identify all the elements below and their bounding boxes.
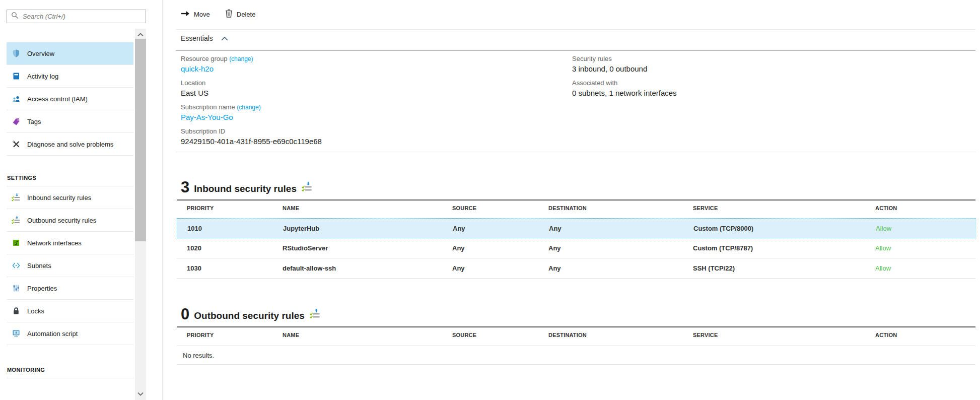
location-field: Location East US (181, 79, 322, 98)
tools-icon (11, 140, 21, 149)
subscription-name-change-link[interactable]: (change) (237, 104, 260, 111)
sidebar-item-activity-log[interactable]: Activity log (7, 65, 133, 88)
table-row-default-allow-ssh[interactable]: 1030 default-allow-ssh Any Any SSH (TCP/… (177, 258, 975, 279)
cell-action: Allow (875, 244, 975, 252)
sidebar-item-overview[interactable]: Overview (7, 42, 133, 65)
sidebar-item-label: Automation script (27, 330, 78, 338)
sidebar-item-automation-script[interactable]: Automation script (7, 322, 133, 345)
cell-service: SSH (TCP/22) (693, 264, 875, 272)
sidebar-nav: Overview Activity log Access control (IA… (7, 42, 133, 378)
sidebar-item-label: Diagnose and solve problems (27, 141, 113, 148)
cell-action: Allow (875, 264, 975, 272)
delete-button-label: Delete (237, 11, 256, 18)
header-priority: PRIORITY (177, 205, 283, 211)
sidebar-item-label: Overview (27, 50, 54, 57)
sidebar-item-subnets[interactable]: Subnets (7, 254, 133, 277)
associated-with-value: 0 subnets, 1 network interfaces (572, 88, 677, 98)
essentials-toggle[interactable]: Essentials (181, 34, 228, 42)
header-action: ACTION (875, 205, 975, 211)
location-value: East US (181, 88, 322, 98)
scrollbar-up-icon[interactable] (135, 30, 146, 40)
automation-script-icon (11, 329, 21, 339)
sidebar-item-locks[interactable]: Locks (7, 300, 133, 322)
sidebar-scrollbar[interactable] (135, 29, 146, 400)
outbound-rules-heading: 0 Outbound security rules (177, 301, 975, 322)
move-button[interactable]: Move (181, 8, 210, 21)
outbound-rules-title: Outbound security rules (194, 310, 305, 322)
outbound-rules-heading-icon (309, 308, 321, 322)
toolbar: Move Delete (181, 8, 255, 21)
sidebar-item-network-interfaces[interactable]: Network interfaces (7, 232, 133, 254)
sidebar-item-label: Subnets (27, 262, 51, 270)
sidebar-item-access-control[interactable]: Access control (IAM) (7, 88, 133, 110)
sidebar-item-diagnose[interactable]: Diagnose and solve problems (7, 133, 133, 156)
resource-group-label: Resource group (181, 55, 228, 62)
outbound-rules-table: PRIORITY NAME SOURCE DESTINATION SERVICE… (177, 326, 975, 365)
cell-service: Custom (TCP/8787) (693, 244, 875, 252)
move-arrow-icon (181, 10, 190, 19)
sidebar-item-label: Properties (27, 285, 57, 292)
section-label: MONITORING (7, 367, 45, 373)
subscription-id-label: Subscription ID (181, 127, 322, 136)
header-source: SOURCE (452, 332, 548, 338)
outbound-rules-icon (11, 216, 21, 225)
sidebar-section-settings: SETTINGS (7, 156, 133, 186)
tag-icon (11, 117, 21, 126)
resource-group-change-link[interactable]: (change) (229, 55, 253, 62)
divider (176, 50, 975, 51)
sidebar-item-tags[interactable]: Tags (7, 110, 133, 133)
associated-with-label: Associated with (572, 79, 677, 88)
azure-nsg-overview-page: Overview Activity log Access control (IA… (0, 0, 980, 400)
search-input[interactable] (23, 13, 142, 20)
divider (176, 29, 975, 30)
essentials-left-column: Resource group (change) quick-h2o Locati… (181, 54, 322, 151)
cell-source: Any (452, 244, 548, 252)
activity-log-icon (11, 72, 21, 81)
inbound-rules-section: 3 Inbound security rules PRIORITY NAME S… (177, 174, 975, 279)
cell-name: RStudioServer (283, 244, 452, 252)
location-label: Location (181, 79, 322, 88)
subscription-name-label: Subscription name (181, 103, 235, 111)
sidebar-item-outbound-security-rules[interactable]: Outbound security rules (7, 209, 133, 232)
resource-group-value-link[interactable]: quick-h2o (181, 63, 322, 74)
header-destination: DESTINATION (548, 332, 693, 338)
no-results-message: No results. (177, 346, 975, 365)
header-destination: DESTINATION (548, 205, 693, 211)
cell-destination: Any (548, 264, 693, 272)
subscription-name-field: Subscription name (change) Pay-As-You-Go (181, 103, 322, 122)
table-row-jupyterhub[interactable]: 1010 JupyterHub Any Any Custom (TCP/8000… (177, 218, 975, 238)
security-rules-field: Security rules 3 inbound, 0 outbound (572, 54, 677, 74)
sidebar-search-box (7, 10, 146, 23)
cell-destination: Any (549, 225, 693, 232)
move-button-label: Move (194, 11, 210, 18)
header-name: NAME (283, 332, 452, 338)
security-rules-label: Security rules (572, 54, 677, 63)
cell-name: JupyterHub (283, 225, 453, 232)
scrollbar-down-icon[interactable] (135, 389, 146, 399)
cell-destination: Any (548, 244, 693, 252)
trash-icon (225, 9, 233, 19)
sidebar-item-label: Activity log (27, 73, 58, 80)
inbound-table-body: 1010 JupyterHub Any Any Custom (TCP/8000… (177, 218, 975, 279)
cell-action: Allow (876, 225, 975, 232)
sidebar-item-label: Tags (27, 118, 41, 125)
network-interface-icon (11, 238, 21, 248)
sidebar-item-properties[interactable]: Properties (7, 277, 133, 300)
inbound-rules-heading-icon (301, 181, 313, 195)
associated-with-field: Associated with 0 subnets, 1 network int… (572, 79, 677, 98)
inbound-rules-table: PRIORITY NAME SOURCE DESTINATION SERVICE… (177, 199, 975, 279)
delete-button[interactable]: Delete (225, 8, 256, 21)
inbound-rules-icon (11, 193, 21, 203)
scrollbar-thumb[interactable] (135, 39, 146, 241)
sidebar-item-inbound-security-rules[interactable]: Inbound security rules (7, 186, 133, 209)
outbound-rules-section: 0 Outbound security rules PRIORITY NAME … (177, 301, 975, 365)
table-row-rstudioserver[interactable]: 1020 RStudioServer Any Any Custom (TCP/8… (177, 238, 975, 258)
sidebar-item-label: Access control (IAM) (27, 95, 88, 103)
header-action: ACTION (875, 332, 975, 338)
sliders-icon (11, 284, 21, 293)
cell-source: Any (452, 264, 548, 272)
subscription-name-value-link[interactable]: Pay-As-You-Go (181, 112, 322, 122)
outbound-rules-count: 0 (181, 306, 189, 322)
header-service: SERVICE (693, 205, 875, 211)
header-source: SOURCE (452, 205, 548, 211)
